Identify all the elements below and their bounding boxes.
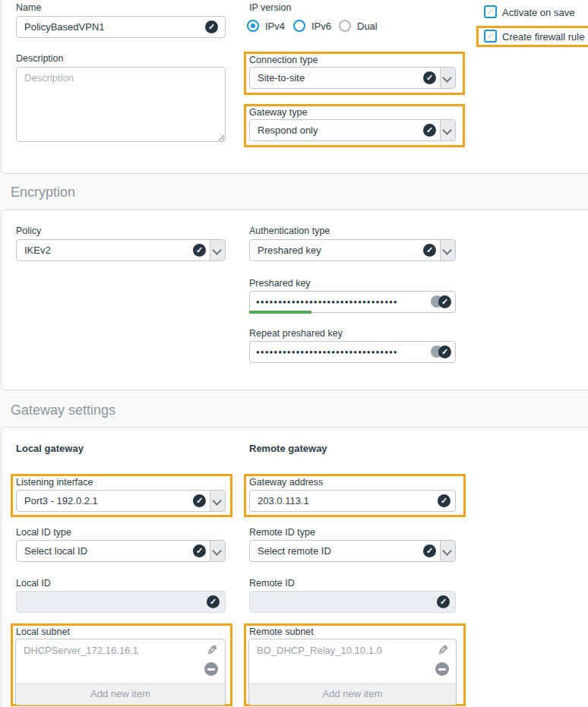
- chevron-down-icon: [442, 125, 452, 135]
- remove-minus-icon[interactable]: [204, 662, 218, 676]
- chevron-down-icon: [442, 73, 452, 83]
- remote-id-label: Remote ID: [249, 578, 295, 589]
- check-circle-icon: ✓: [193, 544, 206, 557]
- local-id-input: ✓: [16, 591, 226, 613]
- local-subnet-add-button[interactable]: Add new item: [16, 683, 225, 705]
- chevron-down-icon: [442, 245, 452, 255]
- check-circle-icon: ✓: [423, 71, 436, 84]
- auth-type-label: Authentication type: [249, 226, 330, 236]
- dropdown-arrow: [210, 491, 225, 511]
- radio-ipv4[interactable]: [247, 20, 259, 32]
- check-circle-icon: ✓: [438, 494, 450, 507]
- local-subnet-list: DHCPServer_172.16.16.1 ✎ Add new item: [15, 639, 226, 705]
- connection-type-select[interactable]: Site-to-site ✓: [249, 67, 456, 89]
- radio-ipv6[interactable]: [293, 20, 305, 32]
- dropdown-arrow: [440, 541, 455, 561]
- local-id-type-label: Local ID type: [16, 527, 71, 538]
- name-label: Name: [16, 2, 41, 13]
- connection-type-value: Site-to-site: [258, 72, 305, 84]
- check-circle-icon: ✓: [423, 544, 436, 557]
- policy-select[interactable]: IKEv2 ✓: [16, 239, 226, 261]
- radio-ipv4-label[interactable]: IPv4: [265, 21, 285, 32]
- edit-pencil-icon[interactable]: ✎: [207, 642, 217, 658]
- gateway-address-label: Gateway address: [249, 477, 323, 488]
- remote-id-type-label: Remote ID type: [249, 527, 315, 538]
- minus-bar: [438, 668, 446, 671]
- radio-ipv6-label[interactable]: IPv6: [311, 21, 331, 32]
- ip-version-label: IP version: [249, 2, 291, 13]
- remote-subnet-item[interactable]: BO_DHCP_Relay_10.10.1.0: [257, 645, 382, 656]
- listening-interface-select[interactable]: Port3 - 192.0.2.1 ✓: [16, 490, 226, 512]
- gateway-address-input[interactable]: [249, 490, 456, 512]
- edit-pencil-icon[interactable]: ✎: [438, 642, 448, 658]
- radio-dual[interactable]: [339, 20, 351, 32]
- chevron-down-icon: [212, 245, 222, 255]
- gateway-type-select[interactable]: Respond only ✓: [249, 119, 456, 141]
- name-input[interactable]: [16, 16, 226, 38]
- create-firewall-rule-label[interactable]: Create firewall rule: [502, 31, 584, 43]
- description-textarea[interactable]: [16, 67, 226, 142]
- remote-id-type-select[interactable]: Select remote ID ✓: [249, 540, 456, 562]
- local-subnet-label: Local subnet: [16, 627, 70, 637]
- policy-value: IKEv2: [24, 245, 51, 256]
- local-subnet-item[interactable]: DHCPServer_172.16.16.1: [24, 645, 138, 656]
- activate-on-save-label[interactable]: Activate on save: [502, 7, 574, 18]
- check-circle-icon: ✓: [193, 244, 206, 257]
- remote-gateway-header: Remote gateway: [249, 443, 327, 454]
- local-id-label: Local ID: [16, 578, 51, 589]
- vpn-config-form: Name ✓ Description IP version IPv4 IPv6 …: [0, 0, 588, 707]
- password-strength-bar: [249, 311, 311, 314]
- check-circle-icon: ✓: [193, 494, 206, 507]
- check-circle-icon: ✓: [437, 595, 450, 608]
- dropdown-arrow: [440, 240, 455, 260]
- dropdown-arrow: [440, 68, 455, 88]
- check-circle-icon: ✓: [438, 295, 451, 308]
- activate-on-save-checkbox[interactable]: ✓: [484, 5, 497, 18]
- check-circle-icon: ✓: [423, 124, 436, 137]
- check-circle-icon: ✓: [207, 595, 220, 608]
- radio-dot: [251, 24, 255, 28]
- dropdown-arrow: [440, 120, 455, 140]
- repeat-preshared-key-input[interactable]: ●●●●●●●●●●●●●●●●●●●●●●●●●●●●●●●●: [249, 341, 456, 363]
- local-gateway-header: Local gateway: [16, 443, 84, 454]
- preshared-key-input[interactable]: ●●●●●●●●●●●●●●●●●●●●●●●●●●●●●●●●: [249, 291, 456, 313]
- remote-id-input: ✓: [249, 591, 456, 613]
- gateway-type-label: Gateway type: [249, 107, 307, 118]
- chevron-down-icon: [212, 546, 222, 556]
- check-circle-icon: ✓: [205, 21, 218, 33]
- listening-interface-value: Port3 - 192.0.2.1: [24, 495, 98, 507]
- remote-subnet-label: Remote subnet: [249, 627, 314, 637]
- check-circle-icon: ✓: [438, 346, 451, 358]
- gateway-type-value: Respond only: [258, 125, 318, 136]
- auth-type-select[interactable]: Preshared key ✓: [249, 239, 456, 261]
- remote-subnet-list: BO_DHCP_Relay_10.10.1.0 ✎ Add new item: [248, 639, 457, 705]
- radio-dual-label[interactable]: Dual: [357, 21, 378, 32]
- remote-id-type-value: Select remote ID: [258, 545, 331, 557]
- create-firewall-rule-checkbox[interactable]: ✓: [484, 30, 497, 43]
- repeat-preshared-key-label: Repeat preshared key: [249, 328, 343, 339]
- gateway-settings-header: Gateway settings: [11, 402, 115, 418]
- preshared-key-label: Preshared key: [249, 278, 311, 289]
- chevron-down-icon: [212, 496, 222, 506]
- encryption-header: Encryption: [11, 185, 75, 200]
- dropdown-arrow: [210, 541, 225, 561]
- description-label: Description: [16, 53, 64, 64]
- local-id-type-value: Select local ID: [24, 545, 87, 557]
- minus-bar: [207, 668, 215, 671]
- auth-type-value: Preshared key: [258, 245, 321, 256]
- remove-minus-icon[interactable]: [435, 662, 449, 676]
- dropdown-arrow: [210, 240, 225, 260]
- check-circle-icon: ✓: [423, 244, 436, 257]
- chevron-down-icon: [442, 546, 452, 556]
- policy-label: Policy: [16, 226, 41, 236]
- connection-type-label: Connection type: [249, 55, 318, 65]
- remote-subnet-add-button[interactable]: Add new item: [249, 683, 456, 705]
- local-id-type-select[interactable]: Select local ID ✓: [16, 540, 226, 562]
- listening-interface-label: Listening interface: [16, 477, 93, 488]
